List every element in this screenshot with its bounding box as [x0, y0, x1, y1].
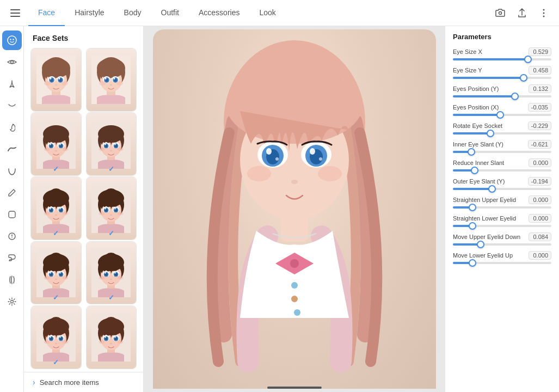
- param-row-0: Eye Size X0.529: [453, 47, 551, 60]
- param-value-3: -0.035: [528, 103, 551, 112]
- face-panel-title: Face Sets: [24, 26, 143, 48]
- svg-point-178: [115, 336, 116, 338]
- param-slider-2[interactable]: [453, 95, 551, 97]
- param-slider-3[interactable]: [453, 114, 551, 116]
- param-slider-10[interactable]: [453, 243, 551, 246]
- face-check-mark: ✓: [53, 229, 59, 237]
- param-slider-11[interactable]: [453, 262, 551, 264]
- jaw-icon[interactable]: [2, 161, 22, 181]
- hair2-icon[interactable]: [2, 270, 22, 290]
- face-item-9[interactable]: ✓: [30, 305, 82, 369]
- face-item-7[interactable]: ✓: [30, 241, 82, 305]
- eye-icon[interactable]: [2, 52, 22, 72]
- slider-thumb[interactable]: [487, 130, 494, 137]
- param-row-8: Straighten Upper Eyelid0.000: [453, 195, 551, 209]
- slider-thumb[interactable]: [469, 259, 476, 267]
- svg-point-162: [55, 343, 57, 344]
- face-item-2[interactable]: [86, 48, 137, 112]
- menu-icon[interactable]: [7, 4, 24, 22]
- param-slider-0[interactable]: [453, 58, 551, 60]
- face-check-mark: ✓: [53, 165, 59, 173]
- svg-point-128: [55, 279, 57, 280]
- character-viewport: [153, 29, 436, 389]
- param-slider-8[interactable]: [453, 206, 551, 209]
- shape-icon[interactable]: [2, 205, 22, 224]
- param-value-6: 0.000: [529, 158, 551, 167]
- param-value-10: 0.084: [529, 232, 551, 241]
- svg-point-193: [266, 148, 272, 155]
- svg-point-144: [115, 272, 116, 274]
- face-item-4[interactable]: ✓: [86, 112, 137, 176]
- param-slider-6[interactable]: [453, 169, 551, 171]
- share-button[interactable]: [513, 4, 531, 22]
- param-label-10: Move Upper Eyelid Down: [453, 234, 520, 240]
- face-panel: Face Sets: [24, 26, 144, 392]
- slider-thumb[interactable]: [477, 241, 484, 248]
- nav-tab-body[interactable]: Body: [114, 0, 151, 26]
- param-row-2: Eyes Position (Y)0.132: [453, 84, 551, 97]
- brow-icon[interactable]: [2, 139, 22, 159]
- face-icon[interactable]: [2, 30, 22, 50]
- svg-point-75: [105, 143, 106, 145]
- slider-thumb[interactable]: [520, 74, 527, 82]
- nav-tab-hairstyle[interactable]: Hairstyle: [65, 0, 114, 26]
- svg-point-3: [499, 11, 502, 14]
- detail-icon[interactable]: [2, 226, 22, 246]
- progress-bar: [267, 387, 322, 389]
- nav-tab-look[interactable]: Look: [249, 0, 285, 26]
- nav-tab-outfit[interactable]: Outfit: [151, 0, 189, 26]
- svg-rect-0: [10, 9, 20, 10]
- face-item-5[interactable]: ✓: [30, 176, 82, 240]
- face-item-1[interactable]: [30, 48, 82, 112]
- ear-icon[interactable]: [2, 118, 22, 137]
- param-slider-5[interactable]: [453, 151, 551, 153]
- svg-rect-2: [10, 16, 20, 17]
- param-slider-1[interactable]: [453, 77, 551, 79]
- nav-tab-accessories[interactable]: Accessories: [189, 0, 249, 26]
- param-value-9: 0.000: [529, 214, 551, 223]
- slider-fill: [453, 95, 515, 97]
- slider-thumb[interactable]: [496, 111, 504, 119]
- face-item-10[interactable]: [86, 305, 137, 369]
- mouth-icon[interactable]: [2, 96, 22, 115]
- face-check-mark: ✓: [53, 358, 59, 366]
- slider-thumb[interactable]: [468, 148, 475, 156]
- svg-point-147: [118, 276, 124, 280]
- param-label-2: Eyes Position (Y): [453, 85, 499, 92]
- slider-fill: [453, 188, 492, 190]
- svg-point-113: [118, 211, 124, 215]
- paint-icon[interactable]: [2, 248, 22, 268]
- slider-thumb[interactable]: [469, 222, 476, 230]
- svg-rect-11: [9, 211, 15, 218]
- param-label-7: Outer Eye Slant (Y): [453, 178, 505, 185]
- svg-point-164: [62, 340, 68, 344]
- slider-thumb[interactable]: [469, 204, 476, 211]
- svg-point-195: [275, 157, 279, 161]
- param-value-7: -0.194: [528, 177, 551, 186]
- slider-thumb[interactable]: [524, 56, 532, 63]
- face-item-8[interactable]: ✓: [86, 241, 137, 305]
- nose-icon[interactable]: [2, 74, 22, 94]
- param-row-11: Move Lower Eyelid Up0.000: [453, 251, 551, 264]
- svg-point-194: [310, 148, 315, 155]
- param-slider-7[interactable]: [453, 188, 551, 190]
- param-slider-4[interactable]: [453, 132, 551, 134]
- slider-thumb[interactable]: [488, 185, 496, 193]
- face-item-6[interactable]: ✓: [86, 176, 137, 240]
- camera-button[interactable]: [492, 4, 509, 22]
- search-more-footer[interactable]: › Search more items: [24, 372, 143, 392]
- settings-icon[interactable]: [2, 292, 22, 311]
- face-item-3[interactable]: ✓: [30, 112, 82, 176]
- svg-point-201: [291, 282, 298, 289]
- edit-icon[interactable]: [2, 183, 22, 203]
- slider-thumb[interactable]: [511, 93, 519, 100]
- param-slider-9[interactable]: [453, 225, 551, 227]
- nav-tab-face[interactable]: Face: [28, 0, 65, 26]
- param-label-1: Eye Size Y: [453, 67, 482, 74]
- slider-thumb[interactable]: [471, 167, 478, 174]
- svg-point-76: [115, 143, 116, 145]
- param-row-4: Rotate Eye Socket-0.229: [453, 121, 551, 134]
- param-row-10: Move Upper Eyelid Down0.084: [453, 232, 551, 246]
- slider-fill: [453, 58, 528, 60]
- more-button[interactable]: [535, 4, 552, 22]
